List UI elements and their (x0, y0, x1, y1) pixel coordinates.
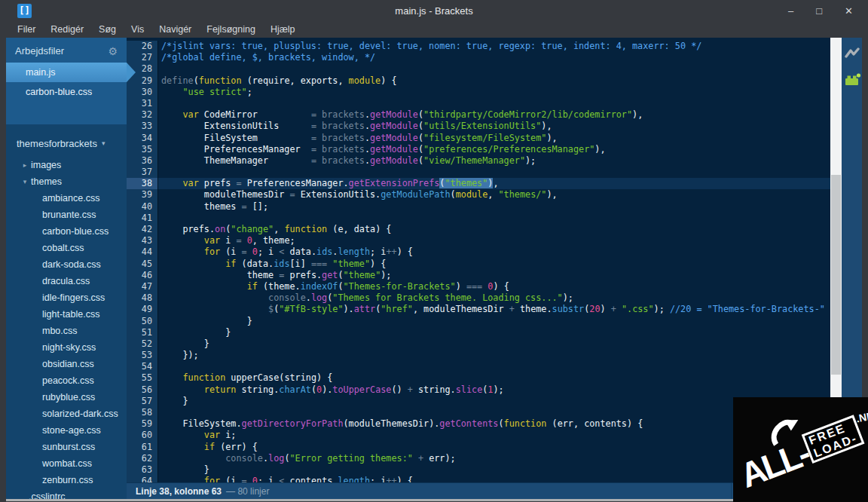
tree-item-themes[interactable]: ▾themes (6, 173, 127, 190)
code-line[interactable]: 60 var i; (127, 430, 830, 441)
code-line-text: if (data.ids[i] === "theme") { (158, 259, 830, 270)
tree-item-mbo.css[interactable]: mbo.css (6, 323, 127, 339)
menu-item-hjaelp[interactable]: Hjælp (263, 24, 303, 35)
tree-item-carbon-blue.css[interactable]: carbon-blue.css (6, 223, 127, 240)
code-line[interactable]: 52 } (127, 338, 830, 350)
code-line[interactable]: 39 moduleThemesDir = ExtensionUtils.getM… (127, 189, 830, 200)
line-number: 36 (127, 155, 158, 167)
code-line[interactable]: 51 } (127, 327, 830, 338)
close-button[interactable]: ✕ (845, 6, 853, 16)
code-line[interactable]: 33 ExtensionUtils = brackets.getModule("… (127, 121, 830, 132)
code-line-text: moduleThemesDir = ExtensionUtils.getModu… (158, 189, 830, 200)
tree-item-dark-soda.css[interactable]: dark-soda.css (6, 256, 127, 273)
minimize-button[interactable]: – (788, 6, 793, 16)
code-line[interactable]: 49 $("#TfB-style").attr("href", moduleTh… (127, 304, 830, 315)
tree-item-cobalt.css[interactable]: cobalt.css (6, 240, 127, 256)
tree-item-idle-fingers.css[interactable]: idle-fingers.css (6, 289, 127, 306)
expand-twisty-icon[interactable]: ▸ (21, 161, 29, 169)
live-preview-icon[interactable] (845, 47, 860, 60)
project-name: themesforbrackets (17, 138, 97, 149)
code-line[interactable]: 56 return string.charAt(0).toUpperCase()… (127, 384, 830, 396)
maximize-button[interactable]: □ (816, 6, 822, 16)
tree-item-images[interactable]: ▸images (6, 157, 127, 173)
line-number: 44 (127, 246, 158, 258)
tree-item-peacock.css[interactable]: peacock.css (6, 372, 127, 389)
tree-item-label: themes (31, 176, 62, 187)
line-number: 42 (127, 224, 158, 235)
code-line[interactable]: 29define(function (require, exports, mod… (127, 75, 830, 87)
code-line[interactable]: 55 function upperCase(string) { (127, 372, 830, 384)
code-line[interactable]: 58 (127, 407, 830, 418)
code-line-text: var i = 0, theme; (158, 235, 830, 246)
code-line[interactable]: 45 if (data.ids[i] === "theme") { (127, 259, 830, 270)
code-line[interactable]: 61 if (err) { (127, 442, 830, 453)
tree-item-label: carbon-blue.css (42, 226, 108, 237)
code-line[interactable]: 53 }); (127, 350, 830, 361)
line-number: 38 (127, 178, 158, 189)
code-line[interactable]: 35 PreferencesManager = brackets.getModu… (127, 144, 830, 155)
tree-item-stone-age.css[interactable]: stone-age.css (6, 422, 127, 439)
menu-item-rediger[interactable]: Redigér (43, 24, 91, 35)
code-line[interactable]: 32 var CodeMirror = brackets.getModule("… (127, 109, 830, 121)
code-line[interactable]: 57 } (127, 396, 830, 407)
code-line[interactable]: 64 for (i = 0; i < contents.length; i++)… (127, 476, 830, 482)
code-line[interactable]: 34 FileSystem = brackets.getModule("file… (127, 133, 830, 144)
tree-item-dracula.css[interactable]: dracula.css (6, 273, 127, 289)
code-line[interactable]: 59 FileSystem.getDirectoryForPath(module… (127, 418, 830, 430)
code-line[interactable]: 48 console.log("Themes for Brackets them… (127, 292, 830, 304)
gear-icon[interactable]: ⚙ (108, 46, 118, 57)
code-line[interactable]: 62 console.log("Error getting themes:" +… (127, 453, 830, 464)
tree-item-wombat.css[interactable]: wombat.css (6, 455, 127, 472)
code-line[interactable]: 26/*jslint vars: true, plusplus: true, d… (127, 41, 830, 52)
code-line[interactable]: 47 if (theme.indexOf("Themes-for-Bracket… (127, 281, 830, 292)
working-file-carbon-blue.css[interactable]: carbon-blue.css (6, 82, 127, 102)
line-number: 33 (127, 121, 158, 132)
tree-item-night-sky.css[interactable]: night-sky.css (6, 339, 127, 356)
code-line[interactable]: 50 } (127, 316, 830, 327)
code-line[interactable]: 46 theme = prefs.get("theme"); (127, 270, 830, 281)
code-line[interactable]: 41 (127, 213, 830, 224)
line-number: 54 (127, 361, 158, 372)
tree-item-sunburst.css[interactable]: sunburst.css (6, 439, 127, 455)
code-line[interactable]: 36 ThemeManager = brackets.getModule("vi… (127, 155, 830, 167)
tree-item-obsidian.css[interactable]: obsidian.css (6, 356, 127, 372)
code-line[interactable]: 44 for (i = 0; i < data.ids.length; i++)… (127, 246, 830, 258)
code-editor[interactable]: 26/*jslint vars: true, plusplus: true, d… (127, 38, 830, 482)
menu-item-filer[interactable]: Filer (10, 24, 43, 35)
tree-item-rubyblue.css[interactable]: rubyblue.css (6, 389, 127, 406)
line-number: 48 (127, 292, 158, 304)
code-line-text: "use strict"; (158, 87, 830, 98)
tree-item-label: rubyblue.css (42, 392, 95, 403)
tree-item-solarized-dark.css[interactable]: solarized-dark.css (6, 406, 127, 422)
menu-item-sog[interactable]: Søg (91, 24, 124, 35)
extension-manager-icon[interactable] (845, 72, 860, 86)
code-line[interactable]: 54 (127, 361, 830, 372)
line-number: 62 (127, 453, 158, 464)
tree-item-ambiance.css[interactable]: ambiance.css (6, 190, 127, 207)
code-line[interactable]: 38 var prefs = PreferencesManager.getExt… (127, 178, 830, 189)
code-line-text: for (i = 0; i < data.ids.length; i++) { (158, 246, 830, 258)
code-line[interactable]: 37 (127, 167, 830, 178)
menu-item-vis[interactable]: Vis (124, 24, 151, 35)
code-line[interactable]: 42 prefs.on("change", function (e, data)… (127, 224, 830, 235)
code-line-text: } (158, 327, 830, 338)
code-line[interactable]: 27/*global define, $, brackets, window, … (127, 52, 830, 63)
tree-item-light-table.css[interactable]: light-table.css (6, 306, 127, 323)
code-line[interactable]: 40 themes = []; (127, 201, 830, 213)
tree-item-zenburn.css[interactable]: zenburn.css (6, 472, 127, 488)
code-line[interactable]: 43 var i = 0, theme; (127, 235, 830, 246)
code-line[interactable]: 28 (127, 63, 830, 75)
line-number: 57 (127, 396, 158, 407)
menu-item-fejlsogning[interactable]: Fejlsøgning (199, 24, 263, 35)
line-number: 40 (127, 201, 158, 213)
collapse-twisty-icon[interactable]: ▾ (21, 178, 29, 185)
code-line[interactable]: 63 } (127, 464, 830, 476)
working-file-main.js[interactable]: main.js (6, 63, 127, 82)
tree-item-brunante.css[interactable]: brunante.css (6, 207, 127, 223)
code-line[interactable]: 30 "use strict"; (127, 87, 830, 98)
menu-item-naviger[interactable]: Navigér (151, 24, 199, 35)
project-dropdown[interactable]: themesforbrackets ▾ (6, 135, 127, 152)
scrollbar-thumb[interactable] (831, 175, 841, 375)
code-line[interactable]: 31 (127, 98, 830, 109)
line-number: 64 (127, 476, 158, 482)
